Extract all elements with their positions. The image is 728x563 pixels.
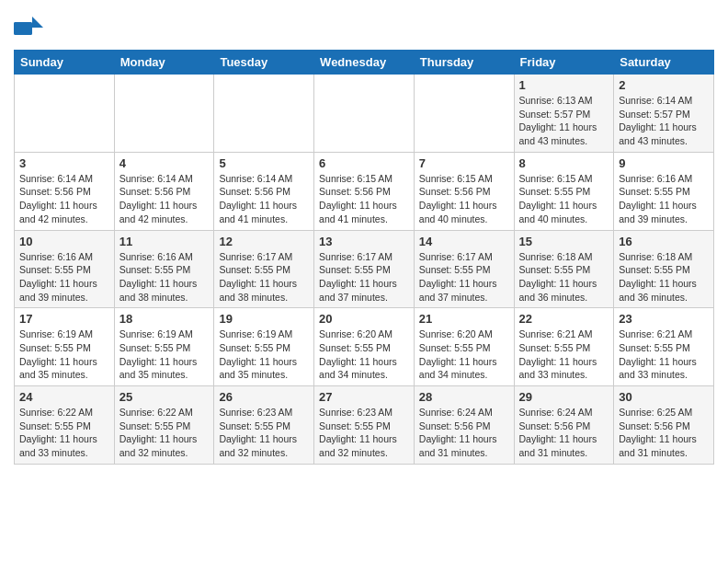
day-number: 7 [419,156,509,170]
day-number: 22 [519,312,609,326]
day-info: Sunrise: 6:18 AM Sunset: 5:55 PM Dayligh… [519,250,609,304]
calendar-week-row: 17Sunrise: 6:19 AM Sunset: 5:55 PM Dayli… [15,308,714,386]
calendar-cell: 23Sunrise: 6:21 AM Sunset: 5:55 PM Dayli… [614,308,714,386]
day-number: 21 [419,312,509,326]
calendar-cell: 30Sunrise: 6:25 AM Sunset: 5:56 PM Dayli… [614,386,714,465]
day-info: Sunrise: 6:19 AM Sunset: 5:55 PM Dayligh… [219,327,309,382]
day-info: Sunrise: 6:19 AM Sunset: 5:55 PM Dayligh… [119,327,210,382]
calendar-cell: 1Sunrise: 6:13 AM Sunset: 5:57 PM Daylig… [514,75,614,153]
calendar-cell: 7Sunrise: 6:15 AM Sunset: 5:56 PM Daylig… [414,152,514,230]
day-info: Sunrise: 6:24 AM Sunset: 5:56 PM Dayligh… [419,406,509,460]
day-number: 6 [319,156,409,170]
day-info: Sunrise: 6:20 AM Sunset: 5:55 PM Dayligh… [419,327,509,382]
day-info: Sunrise: 6:21 AM Sunset: 5:55 PM Dayligh… [519,327,609,382]
calendar-cell: 12Sunrise: 6:17 AM Sunset: 5:55 PM Dayli… [214,230,314,308]
day-number: 30 [619,390,709,404]
day-info: Sunrise: 6:16 AM Sunset: 5:55 PM Dayligh… [119,250,210,304]
day-info: Sunrise: 6:19 AM Sunset: 5:55 PM Dayligh… [19,327,109,382]
day-number: 24 [19,390,109,404]
calendar-cell: 8Sunrise: 6:15 AM Sunset: 5:55 PM Daylig… [514,152,614,230]
day-number: 12 [219,235,309,248]
column-header-friday: Friday [514,51,614,75]
calendar-cell: 5Sunrise: 6:14 AM Sunset: 5:56 PM Daylig… [214,152,314,230]
calendar-cell: 25Sunrise: 6:22 AM Sunset: 5:55 PM Dayli… [114,386,214,465]
day-number: 26 [219,390,309,404]
day-info: Sunrise: 6:15 AM Sunset: 5:56 PM Dayligh… [419,172,509,226]
calendar-cell: 15Sunrise: 6:18 AM Sunset: 5:55 PM Dayli… [514,230,614,308]
day-number: 2 [619,78,709,92]
calendar-week-row: 10Sunrise: 6:16 AM Sunset: 5:55 PM Dayli… [15,230,714,308]
day-info: Sunrise: 6:15 AM Sunset: 5:56 PM Dayligh… [319,172,409,226]
day-number: 18 [119,312,210,326]
column-header-monday: Monday [114,51,214,75]
column-header-saturday: Saturday [614,51,714,75]
day-number: 5 [219,156,309,170]
calendar-cell: 18Sunrise: 6:19 AM Sunset: 5:55 PM Dayli… [114,308,214,386]
day-number: 29 [519,390,609,404]
day-info: Sunrise: 6:22 AM Sunset: 5:55 PM Dayligh… [19,406,109,460]
day-info: Sunrise: 6:20 AM Sunset: 5:55 PM Dayligh… [319,327,409,382]
day-info: Sunrise: 6:17 AM Sunset: 5:55 PM Dayligh… [419,250,509,304]
calendar-cell: 10Sunrise: 6:16 AM Sunset: 5:55 PM Dayli… [15,230,115,308]
logo-icon [14,13,43,42]
day-info: Sunrise: 6:21 AM Sunset: 5:55 PM Dayligh… [619,327,709,382]
calendar-cell: 16Sunrise: 6:18 AM Sunset: 5:55 PM Dayli… [614,230,714,308]
calendar-cell: 26Sunrise: 6:23 AM Sunset: 5:55 PM Dayli… [214,386,314,465]
column-header-wednesday: Wednesday [314,51,415,75]
day-info: Sunrise: 6:23 AM Sunset: 5:55 PM Dayligh… [219,406,309,460]
day-number: 14 [419,235,509,248]
calendar-cell: 6Sunrise: 6:15 AM Sunset: 5:56 PM Daylig… [314,152,415,230]
calendar-cell [114,75,214,153]
calendar-cell: 17Sunrise: 6:19 AM Sunset: 5:55 PM Dayli… [15,308,115,386]
calendar-cell: 9Sunrise: 6:16 AM Sunset: 5:55 PM Daylig… [614,152,714,230]
calendar-cell: 2Sunrise: 6:14 AM Sunset: 5:57 PM Daylig… [614,75,714,153]
calendar-cell: 19Sunrise: 6:19 AM Sunset: 5:55 PM Dayli… [214,308,314,386]
calendar-table: SundayMondayTuesdayWednesdayThursdayFrid… [14,50,714,465]
day-info: Sunrise: 6:16 AM Sunset: 5:55 PM Dayligh… [19,250,109,304]
calendar-cell: 13Sunrise: 6:17 AM Sunset: 5:55 PM Dayli… [314,230,415,308]
day-info: Sunrise: 6:14 AM Sunset: 5:56 PM Dayligh… [19,172,109,226]
day-number: 13 [319,235,409,248]
day-number: 3 [19,156,109,170]
day-number: 25 [119,390,210,404]
day-number: 19 [219,312,309,326]
calendar-cell: 21Sunrise: 6:20 AM Sunset: 5:55 PM Dayli… [414,308,514,386]
day-info: Sunrise: 6:14 AM Sunset: 5:56 PM Dayligh… [119,172,210,226]
day-info: Sunrise: 6:14 AM Sunset: 5:57 PM Dayligh… [619,94,709,148]
day-info: Sunrise: 6:14 AM Sunset: 5:56 PM Dayligh… [219,172,309,226]
day-number: 20 [319,312,409,326]
day-number: 16 [619,235,709,248]
day-info: Sunrise: 6:22 AM Sunset: 5:55 PM Dayligh… [119,406,210,460]
calendar-week-row: 3Sunrise: 6:14 AM Sunset: 5:56 PM Daylig… [15,152,714,230]
day-number: 15 [519,235,609,248]
calendar-cell: 22Sunrise: 6:21 AM Sunset: 5:55 PM Dayli… [514,308,614,386]
day-info: Sunrise: 6:15 AM Sunset: 5:55 PM Dayligh… [519,172,609,226]
calendar-cell [15,75,115,153]
page-header [14,9,714,42]
day-info: Sunrise: 6:17 AM Sunset: 5:55 PM Dayligh… [319,250,409,304]
calendar-cell: 28Sunrise: 6:24 AM Sunset: 5:56 PM Dayli… [414,386,514,465]
calendar-cell: 11Sunrise: 6:16 AM Sunset: 5:55 PM Dayli… [114,230,214,308]
day-number: 1 [519,78,609,92]
logo [14,13,47,42]
svg-rect-2 [14,22,32,35]
calendar-cell: 24Sunrise: 6:22 AM Sunset: 5:55 PM Dayli… [15,386,115,465]
calendar-cell: 20Sunrise: 6:20 AM Sunset: 5:55 PM Dayli… [314,308,415,386]
day-number: 23 [619,312,709,326]
column-header-thursday: Thursday [414,51,514,75]
calendar-cell: 4Sunrise: 6:14 AM Sunset: 5:56 PM Daylig… [114,152,214,230]
day-number: 9 [619,156,709,170]
day-info: Sunrise: 6:16 AM Sunset: 5:55 PM Dayligh… [619,172,709,226]
calendar-cell: 14Sunrise: 6:17 AM Sunset: 5:55 PM Dayli… [414,230,514,308]
day-number: 28 [419,390,509,404]
calendar-week-row: 1Sunrise: 6:13 AM Sunset: 5:57 PM Daylig… [15,75,714,153]
calendar-week-row: 24Sunrise: 6:22 AM Sunset: 5:55 PM Dayli… [15,386,714,465]
day-info: Sunrise: 6:13 AM Sunset: 5:57 PM Dayligh… [519,94,609,148]
day-number: 4 [119,156,210,170]
calendar-header-row: SundayMondayTuesdayWednesdayThursdayFrid… [15,51,714,75]
day-number: 8 [519,156,609,170]
svg-marker-1 [32,17,43,28]
calendar-cell [214,75,314,153]
calendar-cell: 27Sunrise: 6:23 AM Sunset: 5:55 PM Dayli… [314,386,415,465]
day-info: Sunrise: 6:18 AM Sunset: 5:55 PM Dayligh… [619,250,709,304]
